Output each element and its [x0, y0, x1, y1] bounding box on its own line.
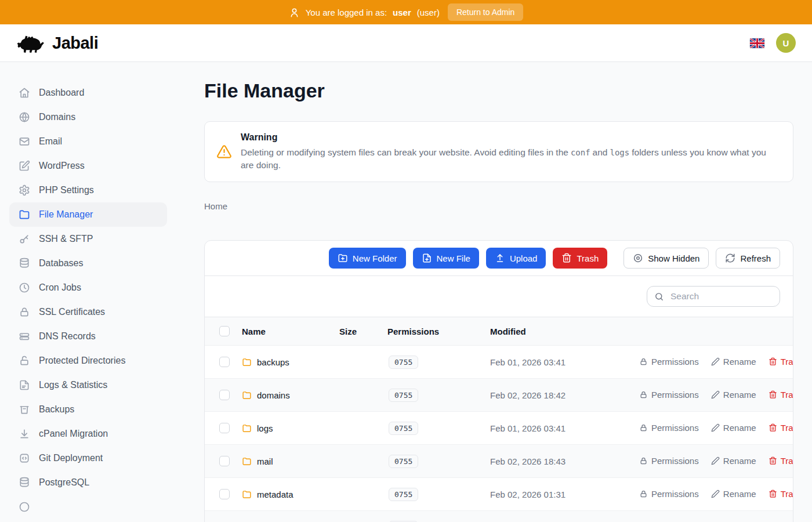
warning-code-conf: conf — [571, 148, 590, 157]
modified-cell: Feb 02, 2026 18:43 — [490, 445, 629, 478]
uk-flag-icon[interactable] — [750, 38, 764, 48]
row-trash-action[interactable]: Trash — [768, 456, 793, 466]
file-name-link[interactable]: mail — [257, 456, 273, 466]
row-trash-action[interactable]: Trash — [768, 489, 793, 499]
row-rename-action[interactable]: Rename — [711, 390, 756, 400]
row-permissions-action[interactable]: Permissions — [639, 423, 699, 433]
show-hidden-button[interactable]: Show Hidden — [624, 248, 709, 269]
boar-icon — [16, 32, 46, 53]
table-row: domains 0755 Feb 02, 2026 18:42 Permissi… — [205, 379, 793, 412]
database-icon — [19, 477, 30, 488]
folder-icon — [242, 456, 252, 466]
sidebar-item-label: Git Deployment — [39, 453, 103, 463]
row-permissions-action[interactable]: Permissions — [639, 489, 699, 499]
file-name-link[interactable]: metadata — [257, 490, 293, 499]
warning-code-logs: logs — [610, 148, 629, 157]
avatar-initial: U — [783, 38, 789, 48]
sidebar-item-git-deployment[interactable]: Git Deployment — [9, 446, 167, 470]
new-file-button[interactable]: New File — [413, 248, 479, 269]
row-rename-action[interactable]: Rename — [711, 489, 756, 499]
table-row: backups 0755 Feb 01, 2026 03:41 Permissi… — [205, 346, 793, 379]
trash-icon — [768, 390, 777, 399]
column-header-name: Name — [235, 317, 339, 346]
sidebar-item-cpanel-migration[interactable]: cPanel Migration — [9, 422, 167, 446]
row-permissions-action[interactable]: Permissions — [639, 456, 699, 466]
file-name-link[interactable]: backups — [257, 357, 289, 367]
sidebar-item-file-manager[interactable]: File Manager — [9, 202, 167, 227]
upload-button[interactable]: Upload — [486, 248, 546, 269]
row-trash-action[interactable]: Trash — [768, 423, 793, 433]
sidebar-item-cron-jobs[interactable]: Cron Jobs — [9, 276, 167, 300]
main-content: File Manager Warning Deleting or modifyi… — [176, 62, 812, 522]
sidebar-item-ssl-certificates[interactable]: SSL Certificates — [9, 300, 167, 324]
refresh-button[interactable]: Refresh — [716, 248, 780, 269]
new-folder-button[interactable]: New Folder — [329, 248, 406, 269]
sidebar-item-logs-statistics[interactable]: Logs & Statistics — [9, 373, 167, 397]
sidebar-item-databases[interactable]: Databases — [9, 251, 167, 276]
row-checkbox[interactable] — [219, 423, 230, 433]
row-permissions-action[interactable]: Permissions — [639, 357, 699, 367]
row-rename-action[interactable]: Rename — [711, 456, 756, 466]
refresh-label: Refresh — [740, 253, 771, 263]
sidebar-item-ssh-sftp[interactable]: SSH & SFTP — [9, 227, 167, 251]
folder-icon — [242, 390, 252, 400]
sidebar-item-postgresql[interactable]: PostgreSQL — [9, 470, 167, 495]
row-rename-action[interactable]: Rename — [711, 357, 756, 367]
row-rename-action[interactable]: Rename — [711, 423, 756, 433]
sidebar-item-label: Cron Jobs — [39, 282, 81, 293]
rename-action-label: Rename — [723, 423, 756, 433]
permissions-badge: 0755 — [389, 422, 418, 435]
row-permissions-action[interactable]: Permissions — [639, 390, 699, 400]
trash-button[interactable]: Trash — [553, 248, 607, 269]
globe-icon — [19, 111, 30, 123]
user-avatar[interactable]: U — [776, 33, 796, 53]
sidebar-item-php-settings[interactable]: PHP Settings — [9, 178, 167, 202]
code-icon — [19, 452, 30, 464]
table-header-row: Name Size Permissions Modified — [205, 317, 793, 346]
logged-in-role: (user) — [417, 8, 440, 17]
sidebar-item-domains[interactable]: Domains — [9, 105, 167, 129]
brand-logo[interactable]: Jabali — [16, 32, 98, 53]
sidebar-item-partial[interactable] — [9, 495, 167, 519]
trash-icon — [768, 423, 777, 432]
row-checkbox[interactable] — [219, 390, 230, 400]
sidebar-item-label: DNS Records — [39, 331, 96, 342]
sidebar-item-dashboard[interactable]: Dashboard — [9, 81, 167, 105]
column-header-actions — [629, 317, 793, 346]
sidebar-item-protected-directories[interactable]: Protected Directories — [9, 349, 167, 373]
search-row — [205, 276, 793, 317]
breadcrumb-home-link[interactable]: Home — [204, 201, 227, 211]
home-icon — [19, 87, 30, 99]
sidebar-item-backups[interactable]: Backups — [9, 397, 167, 422]
impersonation-bar: You are logged in as: user (user) Return… — [0, 0, 812, 24]
gear-icon — [19, 184, 30, 196]
sidebar-item-label: cPanel Migration — [39, 429, 108, 439]
select-all-checkbox[interactable] — [219, 326, 230, 336]
sidebar-item-wordpress[interactable]: WordPress — [9, 154, 167, 178]
sidebar-item-dns-records[interactable]: DNS Records — [9, 324, 167, 349]
row-checkbox[interactable] — [219, 357, 230, 367]
row-actions: Permissions Rename Trash — [629, 379, 793, 412]
search-input[interactable] — [669, 291, 773, 302]
key-icon — [19, 233, 30, 245]
file-name-link[interactable]: logs — [257, 423, 273, 433]
sidebar-item-label: PHP Settings — [39, 185, 94, 195]
search-icon — [654, 292, 664, 302]
impersonation-message: You are logged in as: user (user) — [289, 7, 440, 18]
file-name-link[interactable]: domains — [257, 390, 290, 400]
row-checkbox[interactable] — [219, 456, 230, 466]
sidebar-item-label: Domains — [39, 112, 75, 122]
upload-icon — [495, 253, 505, 263]
table-row: 0755 Permissions Rename Trash — [205, 511, 793, 522]
row-checkbox[interactable] — [219, 489, 230, 499]
permissions-badge: 0755 — [389, 488, 418, 501]
pencil-icon — [711, 357, 720, 366]
row-trash-action[interactable]: Trash — [768, 390, 793, 400]
return-to-admin-button[interactable]: Return to Admin — [448, 3, 523, 21]
upload-label: Upload — [510, 253, 538, 263]
warning-content: Warning Deleting or modifying system fil… — [241, 132, 781, 171]
brand-name: Jabali — [52, 34, 98, 53]
file-size-cell — [339, 445, 387, 478]
sidebar-item-email[interactable]: Email — [9, 129, 167, 154]
row-trash-action[interactable]: Trash — [768, 357, 793, 367]
